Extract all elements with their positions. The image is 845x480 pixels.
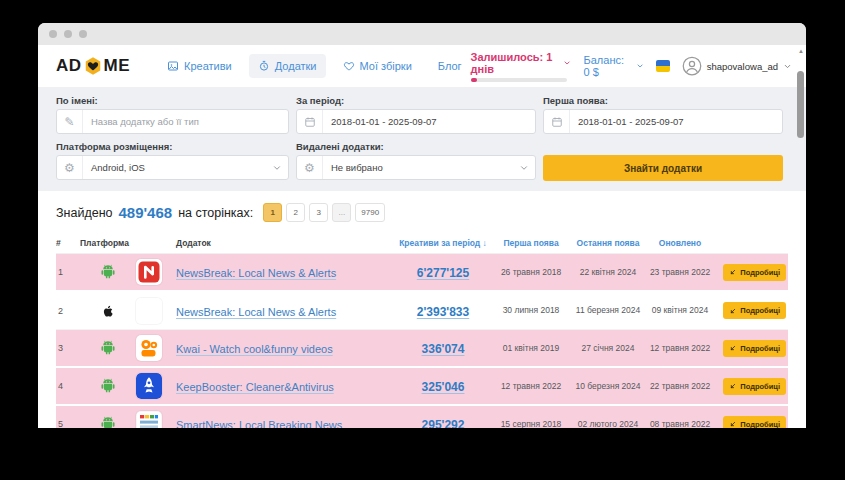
app-name-input[interactable] [83,116,288,127]
app-name-link[interactable]: NewsBreak: Local News & Alerts [176,306,336,318]
period-date-input[interactable]: 2018-01-01 - 2025-09-07 [296,109,536,134]
balance-label: Баланс: 0 $ [584,54,632,78]
found-count: 489'468 [119,204,173,221]
app-name-cell: SmartNews: Local Breaking News [176,415,394,428]
app-name-link[interactable]: SmartNews: Local Breaking News [176,419,342,428]
filter-panel: По імені: ✎ За період: 2018-01-01 - 2025… [38,88,806,191]
android-icon [80,340,136,356]
page-button-9790[interactable]: 9790 [355,203,385,222]
app-name-link[interactable]: Kwai - Watch cool&funny videos [176,343,333,355]
deleted-value: Не вибрано [323,162,513,173]
filter-by-name: По імені: ✎ [56,95,289,134]
page-button-2[interactable]: 2 [286,203,305,222]
first-seen-date-input[interactable]: 2018-01-01 - 2025-09-07 [543,109,783,134]
col-header-first-seen[interactable]: Перша поява [492,238,570,248]
filter-deleted: Видалені додатки: ⚙ Не вибрано [296,141,536,181]
details-label: Подробиці [740,344,780,353]
app-icon-none [136,298,162,324]
app-name-cell: NewsBreak: Local News & Alerts [176,263,394,281]
col-header-platform: Платформа [80,238,136,248]
main-nav: КреативиДодаткиМої збіркиБлог [158,54,471,78]
remaining-label: Залишилось: 1 днів [471,51,560,75]
creatives-count-link[interactable]: 6'277'125 [417,266,469,280]
details-label: Подробиці [740,420,780,429]
col-header-last-seen[interactable]: Остання поява [570,238,646,248]
found-prefix: Знайдено [56,206,113,220]
window-titlebar[interactable] [38,23,806,45]
nav-item-label: Мої збірки [360,60,412,72]
last-seen-date: 11 березня 2024 [570,305,646,316]
nav-item-2[interactable]: Додатки [249,54,326,78]
deleted-select[interactable]: ⚙ Не вибрано [296,155,536,180]
chevron-down-icon [266,163,288,173]
search-apps-button[interactable]: Знайти додатки [543,155,783,181]
nav-item-label: Блог [438,60,462,72]
remaining-progressbar [471,78,567,82]
updated-date: 23 травня 2022 [646,267,714,278]
row-number: 4 [56,381,80,391]
app-name-link[interactable]: NewsBreak: Local News & Alerts [176,267,336,279]
app-icon [136,298,176,324]
gear-icon: ⚙ [297,156,323,179]
creatives-count-cell: 2'393'833 [394,302,492,320]
account-menu[interactable]: shapovalowa_ad [682,56,792,76]
updated-date: 08 травня 2022 [646,419,714,428]
page-ellipsis: ... [332,203,351,222]
minimize-window-icon[interactable] [64,30,72,38]
first-seen-label: Перша поява: [543,95,783,106]
first-seen-date: 30 липня 2018 [492,305,570,316]
logo-text-left: AD [56,56,82,76]
nav-item-3[interactable]: Мої збірки [334,54,421,78]
page-button-1[interactable]: 1 [263,203,282,222]
creatives-count-link[interactable]: 336'074 [422,342,465,356]
pencil-icon: ✎ [57,110,83,133]
apps-table: # Платформа Додаток Креативи за період ↓… [56,232,788,428]
updated-date: 12 травня 2022 [646,343,714,354]
app-name-link[interactable]: KeepBooster: Cleaner&Antivirus [176,381,334,393]
first-seen-value: 2018-01-01 - 2025-09-07 [570,116,782,127]
subscription-remaining[interactable]: Залишилось: 1 днів [471,51,572,82]
row-number: 2 [56,306,80,316]
avatar [682,56,702,76]
col-header-updated[interactable]: Оновлено [646,238,714,248]
details-label: Подробиці [740,268,780,277]
app-name-cell: Kwai - Watch cool&funny videos [176,339,394,357]
scroll-up-icon[interactable]: ▲ [798,48,804,54]
last-seen-date: 10 березня 2024 [570,381,646,392]
nav-item-1[interactable]: Креативи [158,54,241,78]
details-button[interactable]: Подробиці [723,264,786,281]
first-seen-date: 01 квітня 2019 [492,343,570,354]
android-icon [80,416,136,428]
page-button-3[interactable]: 3 [309,203,328,222]
table-row: 2NewsBreak: Local News & Alerts2'393'833… [56,292,788,330]
updated-date: 22 травня 2022 [646,381,714,392]
nav-item-4[interactable]: Блог [429,54,471,78]
platform-label: Платформа розміщення: [56,141,289,152]
filter-first-seen: Перша поява: 2018-01-01 - 2025-09-07 [543,95,783,134]
creatives-count-link[interactable]: 325'046 [422,380,465,394]
details-button[interactable]: Подробиці [723,340,786,357]
creatives-count-link[interactable]: 2'393'833 [417,305,469,319]
adme-logo[interactable]: AD ME [56,56,130,76]
details-cell: Подробиці [714,264,788,281]
maximize-window-icon[interactable] [79,30,87,38]
app-icon-kwai [136,335,162,361]
details-label: Подробиці [740,382,780,391]
creatives-count-cell: 295'292 [394,415,492,428]
results-section: Знайдено 489'468 на сторінках: 123...979… [38,191,806,428]
letterboxed-stage: AD ME КреативиДодаткиМої збіркиБлог Зали… [0,0,845,480]
details-button[interactable]: Подробиці [723,302,786,319]
col-header-creatives[interactable]: Креативи за період ↓ [394,238,492,248]
platform-select[interactable]: ⚙ Android, iOS [56,155,289,180]
ukraine-flag-icon[interactable] [656,60,670,72]
details-button[interactable]: Подробиці [723,378,786,395]
creatives-count-link[interactable]: 295'292 [422,418,465,428]
creatives-count-cell: 6'277'125 [394,263,492,281]
scrollbar[interactable]: ▲ [795,45,806,428]
balance-dropdown[interactable]: Баланс: 0 $ [584,54,644,78]
scrollbar-thumb[interactable] [797,71,804,138]
chevron-down-icon [563,58,571,68]
details-button[interactable]: Подробиці [723,416,786,429]
close-window-icon[interactable] [49,30,57,38]
apple-icon [80,303,136,319]
